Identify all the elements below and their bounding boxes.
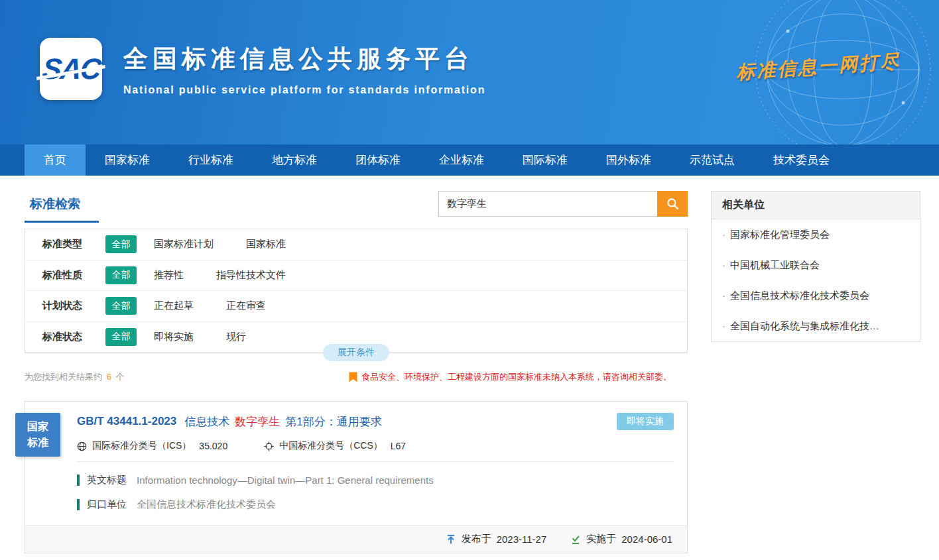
standard-title-part2[interactable]: 第1部分：通用要求 (285, 414, 381, 429)
ccs-label: 中国标准分类号（CCS） (279, 440, 383, 452)
platform-subtitle: National public service platform for sta… (123, 84, 485, 96)
all-button[interactable]: 全部 (105, 328, 137, 346)
sac-logo: SAC (40, 38, 102, 100)
org-value: 全国信息技术标准化技术委员会 (137, 498, 276, 511)
filter-label: 标准类型 (42, 238, 105, 251)
implement-icon (570, 534, 581, 545)
search-input[interactable] (438, 191, 657, 217)
ccs-value: L67 (391, 441, 406, 451)
notice-text: 食品安全、环境保护、工程建设方面的国家标准未纳入本系统，请咨询相关部委。 (361, 371, 672, 383)
filter-option[interactable]: 指导性技术文件 (216, 269, 286, 282)
site-header: SAC 全国标准信息公共服务平台 National public service… (0, 0, 939, 144)
related-units-panel: 相关单位 国家标准化管理委员会 中国机械工业联合会 全国信息技术标准化技术委员会… (711, 191, 920, 342)
filter-row-standard-nature: 标准性质 全部 推荐性 指导性技术文件 (25, 260, 687, 292)
standard-code[interactable]: GB/T 43441.1-2023 (77, 415, 176, 428)
classification-row: 国际标准分类号（ICS） 35.020 中国标准分类号（CCS） L67 (77, 440, 674, 462)
filter-box: 标准类型 全部 国家标准计划 国家标准 标准性质 全部 推荐性 指导性技术文件 … (25, 229, 688, 353)
ics-classification: 国际标准分类号（ICS） 35.020 (77, 440, 227, 452)
nav-item-enterprise-standard[interactable]: 企业标准 (420, 144, 503, 176)
nav-item-group-standard[interactable]: 团体标准 (336, 144, 420, 176)
sidebar-item-it-standardization-committee[interactable]: 全国信息技术标准化技术委员会 (712, 280, 920, 311)
main-nav: 首页 国家标准 行业标准 地方标准 团体标准 企业标准 国际标准 国外标准 示范… (0, 144, 939, 176)
card-type-badge-line2: 标准 (27, 435, 48, 451)
nav-item-foreign-standard[interactable]: 国外标准 (587, 144, 670, 176)
publish-date: 2023-11-27 (497, 533, 547, 545)
notice-banner: 食品安全、环境保护、工程建设方面的国家标准未纳入本系统，请咨询相关部委。 (349, 371, 672, 383)
implement-date: 2024-06-01 (621, 533, 672, 545)
english-title-value: Information technology—Digital twin—Part… (137, 475, 434, 486)
nav-item-national-standard[interactable]: 国家标准 (86, 144, 169, 176)
publish-date-item: 发布于 2023-11-27 (446, 533, 547, 545)
nav-item-home[interactable]: 首页 (25, 144, 86, 176)
sac-logo-text: SAC (40, 52, 101, 85)
filter-option[interactable]: 正在起草 (154, 300, 194, 312)
english-title-label: 英文标题 (87, 474, 127, 486)
related-units-title: 相关单位 (712, 192, 920, 219)
expand-conditions-button[interactable]: 展开条件 (323, 344, 389, 361)
filter-row-plan-status: 计划状态 全部 正在起草 正在审查 (25, 291, 687, 322)
results-summary-suffix: 个 (115, 372, 124, 382)
search-button[interactable] (657, 191, 688, 217)
filter-option[interactable]: 推荐性 (154, 269, 184, 282)
status-badge: 即将实施 (617, 413, 674, 430)
standard-title-part1[interactable]: 信息技术 (184, 414, 229, 429)
platform-title: 全国标准信息公共服务平台 (123, 42, 485, 76)
sidebar-item-automation-committee[interactable]: 全国自动化系统与集成标准化技… (712, 311, 920, 341)
results-count: 6 (107, 372, 111, 382)
publish-icon (446, 534, 456, 545)
nav-item-technical-committee[interactable]: 技术委员会 (754, 144, 849, 176)
nav-item-pilot[interactable]: 示范试点 (670, 144, 754, 176)
filter-label: 标准状态 (42, 331, 105, 343)
all-button[interactable]: 全部 (105, 297, 137, 315)
english-title-row: 英文标题 Information technology—Digital twin… (77, 474, 674, 486)
filter-option[interactable]: 正在审查 (226, 300, 266, 312)
ics-label: 国际标准分类号（ICS） (92, 440, 191, 452)
filter-option[interactable]: 国家标准 (246, 238, 286, 251)
target-icon (264, 441, 274, 451)
filter-option[interactable]: 现行 (226, 331, 246, 343)
filter-option[interactable]: 国家标准计划 (154, 238, 214, 251)
filter-option[interactable]: 即将实施 (154, 331, 194, 343)
all-button[interactable]: 全部 (105, 235, 137, 253)
search-icon (666, 197, 679, 210)
search-box (438, 191, 688, 217)
standard-title-link[interactable]: GB/T 43441.1-2023 信息技术 数字孪生 第1部分：通用要求 即将… (77, 413, 674, 430)
result-card: 国家 标准 GB/T 43441.1-2023 信息技术 数字孪生 第1部分：通… (25, 401, 688, 553)
teal-bar (77, 475, 80, 486)
ccs-classification: 中国标准分类号（CCS） L67 (264, 440, 406, 452)
sidebar-item-machinery-federation[interactable]: 中国机械工业联合会 (712, 250, 920, 280)
org-row: 归口单位 全国信息技术标准化技术委员会 (77, 498, 674, 511)
standard-title-highlight[interactable]: 数字孪生 (235, 414, 280, 429)
publish-label: 发布于 (462, 533, 491, 545)
card-footer: 发布于 2023-11-27 实施于 2024-06-01 (25, 525, 687, 553)
teal-bar (77, 499, 80, 510)
implement-label: 实施于 (586, 533, 616, 545)
ics-value: 35.020 (199, 441, 227, 451)
bookmark-icon (349, 372, 357, 382)
filter-label: 计划状态 (42, 300, 105, 312)
nav-item-international-standard[interactable]: 国际标准 (503, 144, 587, 176)
results-summary-prefix: 为您找到相关结果约 (25, 372, 102, 382)
tab-standard-search[interactable]: 标准检索 (25, 191, 99, 223)
implement-date-item: 实施于 2024-06-01 (570, 533, 672, 545)
nav-item-industry-standard[interactable]: 行业标准 (169, 144, 253, 176)
all-button[interactable]: 全部 (105, 266, 137, 284)
filter-row-standard-type: 标准类型 全部 国家标准计划 国家标准 (25, 229, 687, 260)
card-type-badge: 国家 标准 (15, 413, 60, 457)
results-summary: 为您找到相关结果约 6 个 (25, 371, 124, 383)
card-type-badge-line1: 国家 (27, 419, 48, 435)
sidebar-item-sac[interactable]: 国家标准化管理委员会 (712, 219, 920, 250)
org-label: 归口单位 (87, 498, 127, 511)
filter-label: 标准性质 (42, 269, 105, 282)
nav-item-local-standard[interactable]: 地方标准 (253, 144, 336, 176)
globe-icon (77, 441, 87, 451)
